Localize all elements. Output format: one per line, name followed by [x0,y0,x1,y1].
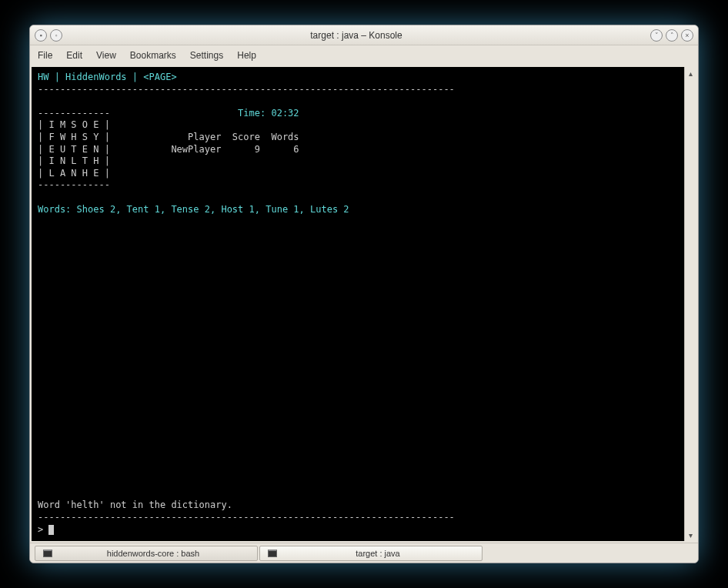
menu-help[interactable]: Help [237,50,256,61]
close-icon[interactable]: × [681,29,693,42]
words-list: Words: Shoes 2, Tent 1, Tense 2, Host 1,… [38,204,349,215]
time-display: Time: 02:32 [110,108,299,119]
titlebar-left-buttons: ▪ ◦ [35,29,62,42]
cursor-icon [48,525,54,535]
error-message: Word 'helth' not in the dictionary. [38,499,232,510]
terminal-wrapper: HW | HiddenWords | <PAGE> --------------… [30,65,698,543]
app-menu-icon[interactable]: ▪ [35,29,47,42]
menu-bookmarks[interactable]: Bookmarks [130,50,176,61]
scrollbar-track[interactable] [685,79,696,529]
grid-row-3: | I N L T H | [38,155,110,166]
grid-bottom-divider: ------------- [38,179,110,190]
menubar: File Edit View Bookmarks Settings Help [30,45,698,65]
maximize-icon[interactable]: ˄ [666,29,678,42]
scroll-up-icon[interactable]: ▴ [685,67,696,79]
menu-view[interactable]: View [96,50,116,61]
minimize-icon[interactable]: ˅ [650,29,663,42]
grid-row-2: | E U T E N | NewPlayer 9 6 [38,144,299,155]
tab-label: target : java [282,549,474,558]
menu-settings[interactable]: Settings [190,50,223,61]
grid-top-divider: ------------- [38,108,110,119]
terminal-tab-icon [268,550,277,557]
terminal-divider-bottom: ----------------------------------------… [38,512,455,523]
scroll-down-icon[interactable]: ▾ [685,529,696,541]
prompt-symbol: > [38,524,48,535]
tab-label: hiddenwords-core : bash [57,549,249,558]
window-title: target : java – Konsole [62,30,650,41]
window-titlebar[interactable]: ▪ ◦ target : java – Konsole ˅ ˄ × [30,25,698,45]
terminal-tab-icon [43,550,52,557]
grid-row-4: | L A N H E | [38,168,110,179]
konsole-window: ▪ ◦ target : java – Konsole ˅ ˄ × File E… [29,25,699,563]
terminal-output[interactable]: HW | HiddenWords | <PAGE> --------------… [32,67,684,541]
menu-file[interactable]: File [38,50,52,61]
tab-bar: hiddenwords-core : bash target : java [30,543,698,563]
grid-row-0: | I M S O E | [38,119,110,130]
pin-icon[interactable]: ◦ [50,29,62,42]
grid-row-1: | F W H S Y | Player Score Words [38,132,299,142]
titlebar-right-buttons: ˅ ˄ × [650,29,693,42]
tab-target-java[interactable]: target : java [259,546,483,561]
tab-hiddenwords-core[interactable]: hiddenwords-core : bash [35,546,258,561]
terminal-divider-top: ----------------------------------------… [38,84,455,95]
menu-edit[interactable]: Edit [66,50,82,61]
vertical-scrollbar[interactable]: ▴ ▾ [684,67,696,541]
terminal-header-line: HW | HiddenWords | <PAGE> [38,72,177,82]
